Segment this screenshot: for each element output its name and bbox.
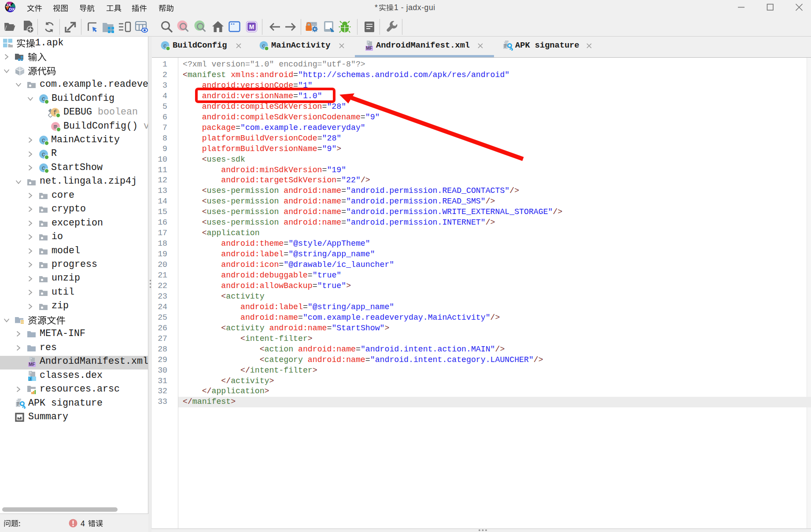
svg-text:J: J — [29, 377, 31, 381]
svg-text:MF: MF — [29, 362, 35, 367]
svg-text:M: M — [249, 23, 254, 30]
svg-text:MF: MF — [366, 46, 372, 51]
